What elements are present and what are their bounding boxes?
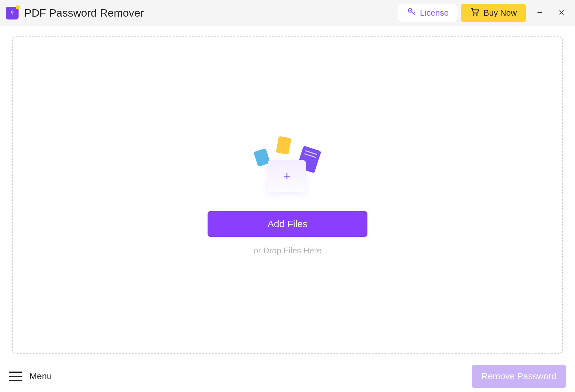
remove-password-button[interactable]: Remove Password [472, 365, 566, 388]
svg-rect-1 [12, 13, 12, 15]
license-button[interactable]: License [398, 4, 458, 22]
app-title: PDF Password Remover [24, 7, 398, 19]
buy-now-button-label: Buy Now [484, 8, 517, 18]
license-button-label: License [420, 8, 449, 18]
files-illustration-icon: + [249, 135, 326, 198]
svg-point-3 [410, 10, 411, 11]
svg-point-4 [473, 14, 475, 16]
footer-bar: Menu Remove Password [0, 360, 575, 392]
key-icon [407, 7, 416, 19]
add-files-button[interactable]: Add Files [208, 211, 367, 237]
minimize-button[interactable] [532, 5, 547, 21]
menu-button-label: Menu [29, 371, 52, 381]
app-logo-icon [6, 7, 19, 19]
cart-icon [470, 7, 480, 19]
drop-hint-text: or Drop Files Here [254, 246, 321, 256]
menu-button[interactable]: Menu [9, 371, 52, 381]
titlebar: PDF Password Remover License Buy Now [0, 0, 575, 26]
buy-now-button[interactable]: Buy Now [461, 4, 526, 22]
hamburger-icon [9, 372, 22, 381]
svg-point-0 [11, 11, 13, 13]
close-icon [558, 9, 565, 17]
svg-point-5 [476, 14, 478, 16]
titlebar-buttons: License Buy Now [398, 4, 569, 22]
dropzone[interactable]: + Add Files or Drop Files Here [12, 36, 563, 354]
main-area: + Add Files or Drop Files Here [0, 26, 575, 360]
minimize-icon [536, 9, 543, 17]
close-button[interactable] [554, 5, 569, 21]
